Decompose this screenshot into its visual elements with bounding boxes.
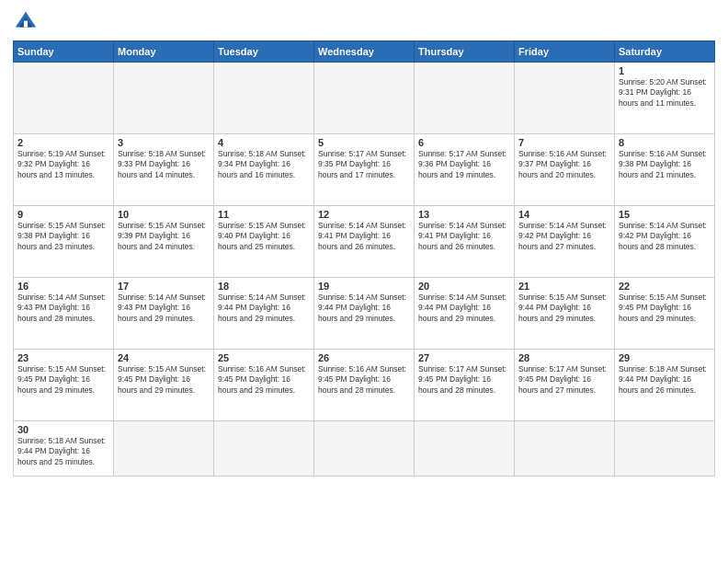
week-row-3: 16Sunrise: 5:14 AM Sunset: 9:43 PM Dayli… [14, 278, 715, 350]
calendar-cell: 7Sunrise: 5:16 AM Sunset: 9:37 PM Daylig… [515, 134, 615, 206]
day-info: Sunrise: 5:14 AM Sunset: 9:44 PM Dayligh… [218, 293, 310, 324]
weekday-header-wednesday: Wednesday [314, 41, 415, 63]
day-info: Sunrise: 5:18 AM Sunset: 9:44 PM Dayligh… [619, 364, 711, 396]
calendar-cell: 10Sunrise: 5:15 AM Sunset: 9:39 PM Dayli… [114, 206, 214, 278]
day-number: 24 [118, 352, 210, 363]
calendar-cell: 4Sunrise: 5:18 AM Sunset: 9:34 PM Daylig… [214, 134, 314, 206]
calendar-cell [14, 63, 114, 134]
calendar-cell [314, 63, 415, 134]
weekday-header-monday: Monday [114, 41, 214, 63]
day-number: 12 [318, 209, 410, 220]
week-row-5: 30Sunrise: 5:18 AM Sunset: 9:44 PM Dayli… [14, 421, 715, 477]
header [13, 9, 715, 35]
day-info: Sunrise: 5:14 AM Sunset: 9:43 PM Dayligh… [118, 293, 210, 324]
calendar: SundayMondayTuesdayWednesdayThursdayFrid… [13, 40, 715, 477]
day-info: Sunrise: 5:16 AM Sunset: 9:45 PM Dayligh… [218, 364, 310, 396]
weekday-header-saturday: Saturday [615, 41, 715, 63]
calendar-cell: 21Sunrise: 5:15 AM Sunset: 9:44 PM Dayli… [515, 278, 615, 350]
day-info: Sunrise: 5:14 AM Sunset: 9:43 PM Dayligh… [17, 293, 109, 324]
day-number: 27 [418, 352, 510, 363]
day-info: Sunrise: 5:15 AM Sunset: 9:38 PM Dayligh… [17, 221, 109, 252]
day-number: 30 [17, 424, 109, 435]
day-number: 21 [518, 281, 610, 292]
calendar-cell: 17Sunrise: 5:14 AM Sunset: 9:43 PM Dayli… [114, 278, 214, 350]
day-info: Sunrise: 5:17 AM Sunset: 9:45 PM Dayligh… [418, 364, 510, 396]
calendar-cell [515, 63, 615, 134]
calendar-cell: 22Sunrise: 5:15 AM Sunset: 9:45 PM Dayli… [615, 278, 715, 350]
logo [13, 9, 42, 35]
day-info: Sunrise: 5:14 AM Sunset: 9:42 PM Dayligh… [619, 221, 711, 252]
day-info: Sunrise: 5:15 AM Sunset: 9:44 PM Dayligh… [518, 293, 610, 324]
day-info: Sunrise: 5:20 AM Sunset: 9:31 PM Dayligh… [619, 77, 711, 109]
day-number: 15 [619, 209, 711, 220]
calendar-cell [314, 421, 415, 477]
calendar-cell: 2Sunrise: 5:19 AM Sunset: 9:32 PM Daylig… [14, 134, 114, 206]
day-info: Sunrise: 5:15 AM Sunset: 9:45 PM Dayligh… [17, 364, 109, 396]
day-info: Sunrise: 5:15 AM Sunset: 9:45 PM Dayligh… [619, 293, 711, 324]
calendar-cell: 6Sunrise: 5:17 AM Sunset: 9:36 PM Daylig… [415, 134, 515, 206]
day-number: 26 [318, 352, 410, 363]
logo-icon [13, 9, 39, 35]
day-info: Sunrise: 5:15 AM Sunset: 9:40 PM Dayligh… [218, 221, 310, 252]
weekday-header-friday: Friday [515, 41, 615, 63]
day-number: 3 [118, 137, 210, 148]
day-number: 6 [418, 137, 510, 148]
calendar-body: 1Sunrise: 5:20 AM Sunset: 9:31 PM Daylig… [14, 63, 715, 477]
calendar-cell: 28Sunrise: 5:17 AM Sunset: 9:45 PM Dayli… [515, 350, 615, 421]
day-number: 5 [318, 137, 410, 148]
calendar-cell: 5Sunrise: 5:17 AM Sunset: 9:35 PM Daylig… [314, 134, 415, 206]
day-info: Sunrise: 5:14 AM Sunset: 9:42 PM Dayligh… [518, 221, 610, 252]
calendar-cell: 27Sunrise: 5:17 AM Sunset: 9:45 PM Dayli… [415, 350, 515, 421]
day-number: 19 [318, 281, 410, 292]
day-number: 4 [218, 137, 310, 148]
day-info: Sunrise: 5:16 AM Sunset: 9:45 PM Dayligh… [318, 364, 410, 396]
calendar-cell: 25Sunrise: 5:16 AM Sunset: 9:45 PM Dayli… [214, 350, 314, 421]
day-info: Sunrise: 5:17 AM Sunset: 9:35 PM Dayligh… [318, 149, 410, 180]
weekday-header-sunday: Sunday [14, 41, 114, 63]
weekday-header-thursday: Thursday [415, 41, 515, 63]
calendar-cell [214, 63, 314, 134]
calendar-cell [114, 421, 214, 477]
day-number: 13 [418, 209, 510, 220]
day-number: 22 [619, 281, 711, 292]
day-number: 16 [17, 281, 109, 292]
day-info: Sunrise: 5:14 AM Sunset: 9:44 PM Dayligh… [418, 293, 510, 324]
calendar-header: SundayMondayTuesdayWednesdayThursdayFrid… [14, 41, 715, 63]
calendar-cell: 20Sunrise: 5:14 AM Sunset: 9:44 PM Dayli… [415, 278, 515, 350]
calendar-cell: 23Sunrise: 5:15 AM Sunset: 9:45 PM Dayli… [14, 350, 114, 421]
day-number: 11 [218, 209, 310, 220]
calendar-cell [114, 63, 214, 134]
calendar-cell [214, 421, 314, 477]
week-row-1: 2Sunrise: 5:19 AM Sunset: 9:32 PM Daylig… [14, 134, 715, 206]
calendar-cell: 26Sunrise: 5:16 AM Sunset: 9:45 PM Dayli… [314, 350, 415, 421]
day-info: Sunrise: 5:18 AM Sunset: 9:34 PM Dayligh… [218, 149, 310, 180]
day-number: 2 [17, 137, 109, 148]
svg-rect-2 [24, 21, 28, 28]
day-info: Sunrise: 5:15 AM Sunset: 9:39 PM Dayligh… [118, 221, 210, 252]
day-number: 29 [619, 352, 711, 363]
weekday-header-row: SundayMondayTuesdayWednesdayThursdayFrid… [14, 41, 715, 63]
day-info: Sunrise: 5:18 AM Sunset: 9:33 PM Dayligh… [118, 149, 210, 180]
calendar-cell [515, 421, 615, 477]
day-number: 17 [118, 281, 210, 292]
week-row-0: 1Sunrise: 5:20 AM Sunset: 9:31 PM Daylig… [14, 63, 715, 134]
calendar-cell: 11Sunrise: 5:15 AM Sunset: 9:40 PM Dayli… [214, 206, 314, 278]
day-number: 14 [518, 209, 610, 220]
calendar-cell: 8Sunrise: 5:16 AM Sunset: 9:38 PM Daylig… [615, 134, 715, 206]
day-number: 10 [118, 209, 210, 220]
calendar-cell: 3Sunrise: 5:18 AM Sunset: 9:33 PM Daylig… [114, 134, 214, 206]
day-info: Sunrise: 5:15 AM Sunset: 9:45 PM Dayligh… [118, 364, 210, 396]
day-number: 28 [518, 352, 610, 363]
day-info: Sunrise: 5:14 AM Sunset: 9:44 PM Dayligh… [318, 293, 410, 324]
day-info: Sunrise: 5:14 AM Sunset: 9:41 PM Dayligh… [318, 221, 410, 252]
calendar-cell: 19Sunrise: 5:14 AM Sunset: 9:44 PM Dayli… [314, 278, 415, 350]
weekday-header-tuesday: Tuesday [214, 41, 314, 63]
day-info: Sunrise: 5:16 AM Sunset: 9:37 PM Dayligh… [518, 149, 610, 180]
day-info: Sunrise: 5:18 AM Sunset: 9:44 PM Dayligh… [17, 436, 109, 467]
calendar-cell: 15Sunrise: 5:14 AM Sunset: 9:42 PM Dayli… [615, 206, 715, 278]
calendar-cell: 14Sunrise: 5:14 AM Sunset: 9:42 PM Dayli… [515, 206, 615, 278]
day-info: Sunrise: 5:14 AM Sunset: 9:41 PM Dayligh… [418, 221, 510, 252]
calendar-cell: 1Sunrise: 5:20 AM Sunset: 9:31 PM Daylig… [615, 63, 715, 134]
calendar-cell: 18Sunrise: 5:14 AM Sunset: 9:44 PM Dayli… [214, 278, 314, 350]
day-number: 23 [17, 352, 109, 363]
